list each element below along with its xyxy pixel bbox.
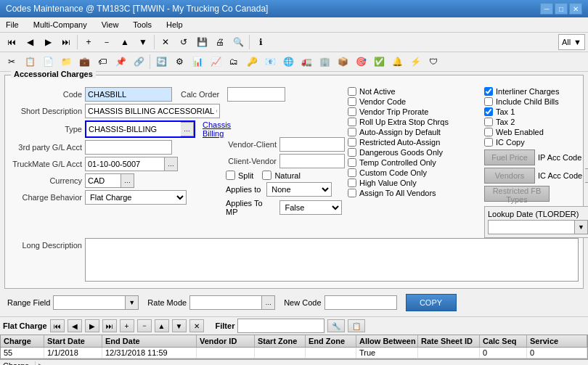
flat-down[interactable]: ▼ — [172, 319, 187, 332]
up-button[interactable]: ▲ — [116, 34, 134, 50]
lookup-date-browse-button[interactable]: ▼ — [575, 220, 588, 234]
tax1-checkbox[interactable] — [484, 107, 493, 116]
table-row[interactable]: 55 1/1/2018 12/31/2018 11:59 True 0 0 — [1, 348, 587, 358]
flat-cancel[interactable]: ✕ — [189, 319, 204, 332]
tb2-btn-16[interactable]: 🌐 — [279, 54, 297, 70]
temp-controlled-checkbox[interactable] — [348, 158, 356, 167]
charge-status-label[interactable]: Charge — [3, 361, 36, 365]
down-button[interactable]: ▼ — [134, 34, 152, 50]
code-input[interactable] — [85, 87, 172, 102]
tb2-btn-5[interactable]: 💼 — [75, 54, 93, 70]
applies-to-select[interactable]: None — [266, 182, 332, 197]
charge-behavior-select[interactable]: Flat Charge — [85, 190, 187, 205]
tax2-checkbox[interactable] — [484, 118, 493, 126]
tb2-btn-4[interactable]: 📁 — [57, 54, 75, 70]
type-input[interactable] — [86, 122, 181, 136]
copy-button[interactable]: COPY — [406, 294, 457, 311]
type-browse-button[interactable]: … — [181, 122, 194, 136]
flat-nav-next[interactable]: ▶ — [85, 319, 99, 332]
assign-all-vendors-checkbox[interactable] — [348, 189, 356, 197]
tb2-btn-20[interactable]: 🎯 — [352, 54, 369, 70]
flat-up[interactable]: ▲ — [155, 319, 169, 332]
applies-to-mp-select[interactable]: False — [279, 200, 342, 215]
currency-input[interactable] — [85, 173, 121, 188]
tb2-btn-10[interactable]: ⚙ — [171, 54, 188, 70]
tb2-btn-21[interactable]: ✅ — [370, 54, 388, 70]
tb2-btn-7[interactable]: 📌 — [112, 54, 129, 70]
range-field-input[interactable] — [53, 295, 126, 310]
info-button[interactable]: ℹ — [252, 34, 269, 50]
ic-acc-browse-button[interactable]: … — [585, 168, 588, 183]
menu-multi-company[interactable]: Multi-Company — [30, 19, 90, 30]
interliner-checkbox[interactable] — [484, 87, 493, 96]
filter-input[interactable] — [237, 319, 324, 333]
ic-copy-checkbox[interactable] — [484, 138, 493, 147]
flat-nav-last[interactable]: ⏭ — [102, 319, 117, 332]
search-button[interactable]: 🔍 — [229, 34, 247, 50]
tb2-btn-22[interactable]: 🔔 — [388, 54, 406, 70]
fuel-price-button[interactable]: Fuel Price — [484, 149, 535, 165]
flat-nav-prev[interactable]: ◀ — [68, 319, 82, 332]
flat-nav-first[interactable]: ⏮ — [50, 319, 65, 332]
vendor-trip-checkbox[interactable] — [348, 107, 356, 116]
tb2-btn-17[interactable]: 🚛 — [298, 54, 315, 70]
filter-icon-btn2[interactable]: 📋 — [348, 319, 365, 332]
print-button[interactable]: 🖨 — [211, 34, 229, 50]
menu-view[interactable]: View — [99, 19, 122, 30]
vendor-client-input[interactable] — [279, 137, 345, 152]
rate-mode-input[interactable] — [189, 295, 262, 310]
flat-remove[interactable]: － — [137, 319, 152, 332]
refresh-button[interactable]: ↺ — [175, 34, 192, 50]
roll-up-checkbox[interactable] — [348, 118, 356, 126]
tb2-btn-9[interactable]: 🔄 — [152, 54, 170, 70]
nav-first-button[interactable]: ⏮ — [3, 34, 20, 50]
nav-next-button[interactable]: ▶ — [39, 34, 57, 50]
tb2-btn-14[interactable]: 🔑 — [243, 54, 261, 70]
not-active-checkbox[interactable] — [348, 87, 356, 96]
custom-code-checkbox[interactable] — [348, 168, 356, 177]
tb2-btn-3[interactable]: 📄 — [39, 54, 57, 70]
client-vendor-input[interactable] — [279, 154, 345, 168]
truckmate-browse-button[interactable]: … — [165, 157, 178, 171]
web-enabled-checkbox[interactable] — [484, 128, 493, 136]
tb2-btn-23[interactable]: ⚡ — [407, 54, 424, 70]
auto-assign-checkbox[interactable] — [348, 128, 356, 136]
flat-add[interactable]: + — [120, 319, 134, 332]
lookup-date-input[interactable] — [488, 220, 575, 234]
range-field-browse-button[interactable]: ▼ — [126, 295, 139, 310]
minimize-button[interactable]: ─ — [540, 3, 553, 15]
filter-dropdown[interactable]: All ▼ — [558, 34, 585, 50]
restricted-auto-checkbox[interactable] — [348, 138, 356, 147]
new-code-input[interactable] — [324, 295, 397, 310]
nav-last-button[interactable]: ⏭ — [57, 34, 75, 50]
tb2-btn-2[interactable]: 📋 — [21, 54, 38, 70]
menu-file[interactable]: File — [3, 19, 22, 30]
vendor-code-checkbox[interactable] — [348, 97, 356, 106]
rate-mode-browse-button[interactable]: … — [262, 295, 275, 310]
nav-prev-button[interactable]: ◀ — [21, 34, 38, 50]
tb2-btn-13[interactable]: 🗂 — [225, 54, 242, 70]
long-desc-textarea[interactable] — [85, 238, 579, 282]
tb2-btn-15[interactable]: 📧 — [261, 54, 279, 70]
maximize-button[interactable]: □ — [555, 3, 568, 15]
dangerous-goods-checkbox[interactable] — [348, 148, 356, 157]
natural-checkbox[interactable] — [262, 171, 271, 180]
remove-button[interactable]: － — [98, 34, 115, 50]
include-child-checkbox[interactable] — [484, 97, 493, 106]
tb2-btn-6[interactable]: 🏷 — [94, 54, 111, 70]
filter-icon-btn[interactable]: 🔧 — [327, 319, 345, 332]
currency-browse-button[interactable]: … — [121, 173, 134, 188]
short-desc-input[interactable] — [85, 104, 220, 118]
tb2-btn-11[interactable]: 📊 — [189, 54, 206, 70]
menu-tools[interactable]: Tools — [130, 19, 155, 30]
restricted-fb-button[interactable]: Restricted FB Types — [484, 186, 550, 202]
third-party-input[interactable] — [85, 140, 172, 155]
tb2-btn-1[interactable]: ✂ — [3, 54, 20, 70]
close-button[interactable]: ✕ — [569, 3, 582, 15]
tb2-btn-19[interactable]: 📦 — [334, 54, 351, 70]
tb2-btn-24[interactable]: 🛡 — [425, 54, 442, 70]
save-button[interactable]: 💾 — [193, 34, 211, 50]
add-button[interactable]: + — [80, 34, 97, 50]
menu-help[interactable]: Help — [163, 19, 186, 30]
truckmate-input[interactable] — [85, 157, 165, 171]
